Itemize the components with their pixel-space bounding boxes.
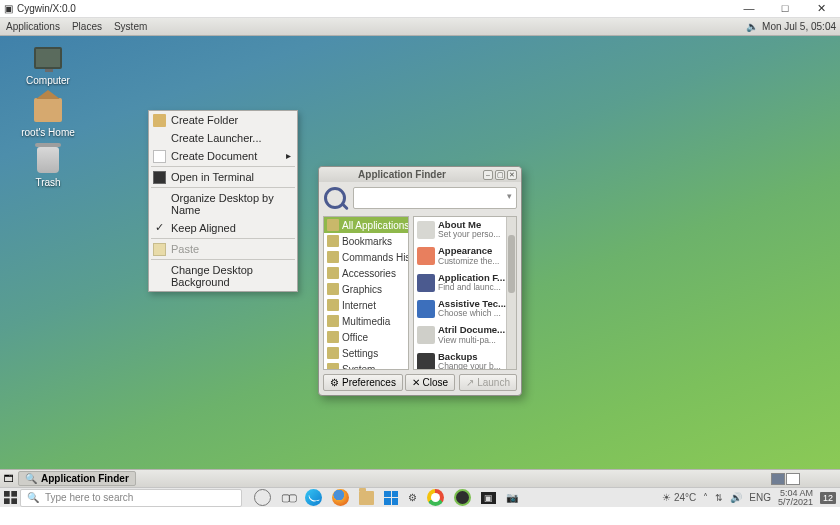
category-item[interactable]: System <box>324 361 408 370</box>
network-icon[interactable]: ⇅ <box>715 493 723 503</box>
ctx-open-terminal[interactable]: Open in Terminal <box>149 168 297 186</box>
category-item[interactable]: Bookmarks <box>324 233 408 249</box>
finder-title: Application Finder <box>323 169 481 180</box>
category-icon <box>327 363 339 370</box>
finder-maximize-button[interactable]: ▢ <box>495 170 505 180</box>
category-list: All ApplicationsBookmarksCommands His...… <box>323 216 409 370</box>
maximize-button[interactable]: □ <box>774 2 796 15</box>
workspace-switcher[interactable] <box>771 473 800 485</box>
trash-desktop-icon[interactable]: Trash <box>18 146 78 188</box>
category-icon <box>327 235 339 247</box>
edge-icon[interactable] <box>305 489 322 506</box>
finder-minimize-button[interactable]: – <box>483 170 493 180</box>
category-item[interactable]: Commands His... <box>324 249 408 265</box>
category-item[interactable]: Accessories <box>324 265 408 281</box>
ctx-create-folder[interactable]: Create Folder <box>149 111 297 129</box>
weather-widget[interactable]: ☀ 24°C <box>662 492 696 503</box>
mate-desktop[interactable]: Applications Places System 🔈 Mon Jul 5, … <box>0 18 840 487</box>
app-icon <box>417 300 435 318</box>
close-icon: ✕ <box>412 377 420 388</box>
windows-panel-icon[interactable] <box>384 491 398 505</box>
system-menu[interactable]: System <box>108 21 153 32</box>
category-icon <box>327 219 339 231</box>
language-indicator[interactable]: ENG <box>749 492 771 503</box>
file-explorer-icon[interactable] <box>359 491 374 505</box>
app-item[interactable]: BackupsChange your b... <box>414 349 516 370</box>
app-item[interactable]: About MeSet your perso... <box>414 217 516 243</box>
scrollbar[interactable] <box>506 217 516 369</box>
svg-rect-2 <box>4 498 10 504</box>
preferences-button[interactable]: ⚙Preferences <box>323 374 403 391</box>
xterm-icon[interactable]: ▣ <box>481 492 496 504</box>
separator <box>151 166 295 167</box>
notification-button[interactable]: 12 <box>820 492 836 504</box>
finder-titlebar[interactable]: Application Finder – ▢ ✕ <box>319 167 521 182</box>
separator <box>151 259 295 260</box>
clock[interactable]: 5:04 AM 5/7/2021 <box>778 489 813 507</box>
category-item[interactable]: Graphics <box>324 281 408 297</box>
terminal-icon <box>153 171 166 184</box>
category-item[interactable]: Office <box>324 329 408 345</box>
applications-menu[interactable]: Applications <box>0 21 66 32</box>
svg-rect-3 <box>11 498 17 504</box>
finder-close-button[interactable]: ✕ <box>507 170 517 180</box>
camera-icon[interactable]: 📷 <box>506 492 518 503</box>
trash-label: Trash <box>18 177 78 188</box>
places-menu[interactable]: Places <box>66 21 108 32</box>
app-icon[interactable] <box>454 489 471 506</box>
computer-label: Computer <box>18 75 78 86</box>
ctx-create-launcher[interactable]: Create Launcher... <box>149 129 297 147</box>
start-button[interactable] <box>0 488 20 508</box>
mate-bottom-panel: 🗔 🔍 Application Finder <box>0 469 840 487</box>
minimize-button[interactable]: — <box>738 2 760 15</box>
app-item[interactable]: Assistive Tec...Choose which ... <box>414 296 516 322</box>
ctx-paste: Paste <box>149 240 297 258</box>
svg-rect-1 <box>11 491 17 497</box>
ctx-keep-aligned[interactable]: ✓Keep Aligned <box>149 219 297 237</box>
chrome-icon[interactable] <box>427 489 444 506</box>
app-list: About MeSet your perso...AppearanceCusto… <box>413 216 517 370</box>
search-icon <box>323 186 349 210</box>
category-icon <box>327 251 339 263</box>
ctx-change-background[interactable]: Change Desktop Background <box>149 261 297 291</box>
ctx-organize[interactable]: Organize Desktop by Name <box>149 189 297 219</box>
sound-icon[interactable]: 🔊 <box>730 492 742 503</box>
panel-clock[interactable]: Mon Jul 5, 05:04 <box>762 21 836 32</box>
app-item[interactable]: AppearanceCustomize the... <box>414 243 516 269</box>
show-desktop-button[interactable]: 🗔 <box>4 473 14 484</box>
ctx-create-document[interactable]: Create Document▸ <box>149 147 297 165</box>
windows-taskbar: 🔍 Type here to search ▢▢ ⚙ ▣ 📷 ☀ 24°C ˄ … <box>0 487 840 507</box>
windows-search-box[interactable]: 🔍 Type here to search <box>20 489 242 507</box>
app-icon <box>417 274 435 292</box>
computer-desktop-icon[interactable]: Computer <box>18 44 78 86</box>
application-finder-window: Application Finder – ▢ ✕ All Application… <box>318 166 522 396</box>
separator <box>151 238 295 239</box>
taskbar-app-finder[interactable]: 🔍 Application Finder <box>18 471 136 486</box>
search-icon: 🔍 <box>25 473 37 484</box>
category-item[interactable]: Internet <box>324 297 408 313</box>
app-item[interactable]: Atril Docume...View multi-pa... <box>414 322 516 348</box>
submenu-arrow-icon: ▸ <box>286 150 291 161</box>
task-view-button[interactable]: ▢▢ <box>281 492 295 503</box>
search-input[interactable] <box>353 187 517 209</box>
app-icon <box>417 353 435 370</box>
app-icon <box>417 326 435 344</box>
svg-rect-0 <box>4 491 10 497</box>
cortana-icon[interactable] <box>254 489 271 506</box>
sound-icon[interactable]: 🔈 <box>746 21 758 32</box>
paste-icon <box>153 243 166 256</box>
category-icon <box>327 299 339 311</box>
close-button[interactable]: ✕ <box>810 2 832 15</box>
home-desktop-icon[interactable]: root's Home <box>18 96 78 138</box>
app-icon <box>417 247 435 265</box>
host-window-titlebar: ▣ Cygwin/X:0.0 — □ ✕ <box>0 0 840 18</box>
category-item[interactable]: Multimedia <box>324 313 408 329</box>
tray-chevron-icon[interactable]: ˄ <box>703 492 708 503</box>
category-item[interactable]: All Applications <box>324 217 408 233</box>
category-icon <box>327 283 339 295</box>
category-item[interactable]: Settings <box>324 345 408 361</box>
settings-icon[interactable]: ⚙ <box>408 492 417 503</box>
app-item[interactable]: Application F...Find and launc... <box>414 270 516 296</box>
firefox-icon[interactable] <box>332 489 349 506</box>
close-button[interactable]: ✕Close <box>405 374 456 391</box>
